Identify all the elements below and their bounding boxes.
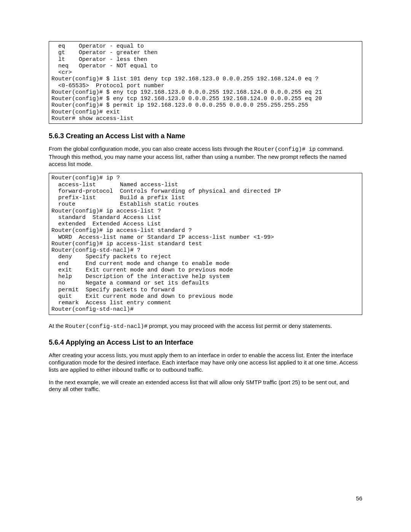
heading-564: 5.6.4 Applying an Access List to an Inte… bbox=[49, 339, 362, 347]
code-block-2: Router(config)# ip ? access-list Named a… bbox=[49, 173, 362, 315]
para-after-code2-post: prompt, you may proceed with the access … bbox=[147, 323, 332, 329]
para-after-code2-pre: At the bbox=[49, 323, 65, 329]
page-number: 56 bbox=[356, 495, 362, 502]
para-564-1: After creating your access lists, you mu… bbox=[49, 352, 362, 373]
para-after-code2: At the Router(config-std-nacl)# prompt, … bbox=[49, 323, 362, 331]
para-564-2: In the next example, we will create an e… bbox=[49, 379, 362, 393]
para-563: From the global configuration mode, you … bbox=[49, 145, 362, 168]
para-563-code: Router(config)# ip bbox=[254, 146, 315, 153]
page-container: eq Operator - equal to gt Operator - gre… bbox=[0, 0, 411, 532]
heading-563: 5.6.3 Creating an Access List with a Nam… bbox=[49, 132, 362, 140]
para-after-code2-code: Router(config-std-nacl)# bbox=[65, 323, 147, 330]
code-block-1: eq Operator - equal to gt Operator - gre… bbox=[49, 41, 362, 124]
para-563-pre: From the global configuration mode, you … bbox=[49, 145, 254, 152]
